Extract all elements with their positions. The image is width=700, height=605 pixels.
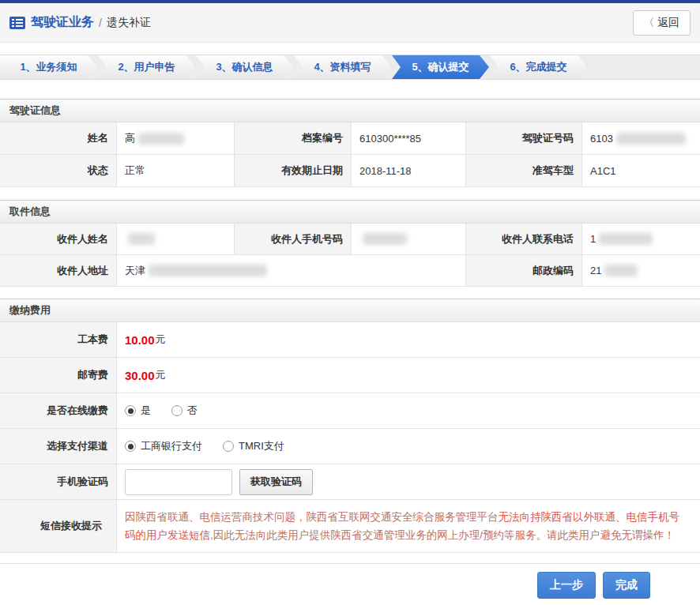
payment-table: 工本费 10.00 元 邮寄费 30.00 元 是否在线缴费 是 否 选择支付渠…: [0, 322, 700, 553]
field-label-sms-notice: 短信接收提示: [0, 500, 117, 553]
file-number-text: 610300****85: [359, 133, 421, 145]
field-value-payment-channel: 工商银行支付 TMRI支付: [117, 429, 700, 464]
field-label-sms-code: 手机验证码: [0, 464, 117, 500]
field-label-production-fee: 工本费: [0, 322, 117, 358]
field-label-postage-fee: 邮寄费: [0, 358, 117, 393]
step-tab-3[interactable]: 3、确认信息: [196, 55, 293, 79]
recipient-phone-text: 1: [590, 233, 596, 245]
section-title-license: 驾驶证信息: [0, 99, 700, 122]
field-label-zip-code: 邮政编码: [466, 255, 582, 287]
step-tab-2[interactable]: 2、用户申告: [98, 55, 195, 79]
step-tab-4[interactable]: 4、资料填写: [294, 55, 391, 79]
field-value-recipient-phone: 1: [582, 224, 700, 255]
name-value-text: 高: [125, 131, 135, 145]
previous-step-button[interactable]: 上一步: [537, 572, 596, 599]
field-value-recipient-name: [117, 224, 235, 255]
field-label-pay-online: 是否在线缴费: [0, 393, 117, 429]
sms-notice-part1: 因陕西省联通、电信运营商技术问题，陕西省互联网交通安全综合服务管理平台: [125, 511, 499, 523]
redaction-blur: [138, 133, 184, 145]
back-button-label: 返回: [657, 16, 679, 30]
field-label-status: 状态: [0, 155, 117, 187]
postage-fee-amount: 30.00: [125, 369, 155, 382]
field-label-recipient-name: 收件人姓名: [0, 224, 117, 255]
radio-label-yes: 是: [141, 404, 151, 418]
radio-button-icon[interactable]: [125, 405, 136, 416]
step-tab-6[interactable]: 6、完成提交: [490, 55, 587, 79]
field-value-license-number: 6103: [582, 122, 700, 155]
field-value-file-number: 610300****85: [352, 122, 466, 155]
license-info-table: 姓名 高 档案编号 610300****85 驾驶证号码 6103 状态 正常 …: [0, 122, 700, 187]
radio-option-icbc[interactable]: 工商银行支付: [125, 439, 202, 453]
field-value-vehicle-class: A1C1: [582, 155, 700, 187]
redaction-blur: [149, 265, 267, 276]
field-label-recipient-address: 收件人地址: [0, 255, 117, 287]
field-value-sms-code: 获取验证码: [117, 464, 700, 500]
redaction-blur: [599, 233, 653, 245]
status-text: 正常: [125, 163, 145, 178]
field-label-payment-channel: 选择支付渠道: [0, 429, 117, 464]
field-label-license-number: 驾驶证号码: [466, 122, 582, 155]
section-title-pickup: 取件信息: [0, 200, 700, 224]
breadcrumb-current: 遗失补证: [107, 16, 151, 30]
radio-option-tmri[interactable]: TMRI支付: [223, 439, 284, 453]
sms-code-input[interactable]: [125, 469, 232, 495]
field-value-pay-online: 是 否: [117, 393, 700, 429]
field-label-expiry: 有效期止日期: [235, 155, 352, 187]
field-value-recipient-mobile: [352, 224, 466, 255]
radio-button-icon[interactable]: [125, 441, 136, 452]
field-label-name: 姓名: [0, 122, 117, 155]
step-tab-5[interactable]: 5、确认提交: [392, 55, 489, 79]
get-code-button[interactable]: 获取验证码: [239, 469, 313, 495]
pickup-info-table: 收件人姓名 收件人手机号码 收件人联系电话 1 收件人地址 天津 邮政编码 21: [0, 224, 700, 287]
radio-button-icon[interactable]: [223, 441, 234, 452]
step-tab-1[interactable]: 1、业务须知: [0, 55, 97, 79]
section-title-payment: 缴纳费用: [0, 299, 700, 322]
chevron-left-icon: 〈: [644, 16, 654, 30]
app-header: 驾驶证业务 / 遗失补证 〈 返回: [0, 3, 700, 43]
sms-notice-text: 因陕西省联通、电信运营商技术问题，陕西省互联网交通安全综合服务管理平台无法向持陕…: [125, 508, 686, 544]
footer-actions: 上一步 完成: [0, 563, 700, 599]
field-value-zip-code: 21: [582, 255, 700, 287]
field-label-recipient-mobile: 收件人手机号码: [235, 224, 352, 255]
radio-option-yes[interactable]: 是: [125, 404, 151, 418]
redaction-blur: [363, 233, 407, 245]
recipient-address-text: 天津: [125, 264, 145, 278]
production-fee-unit: 元: [156, 333, 166, 347]
license-number-text: 6103: [590, 133, 613, 145]
list-document-icon: [9, 17, 25, 29]
page-title: 驾驶证业务: [31, 14, 94, 31]
field-label-recipient-phone: 收件人联系电话: [466, 224, 582, 255]
breadcrumb-separator: /: [99, 17, 102, 29]
redaction-blur: [616, 133, 686, 145]
zip-code-text: 21: [590, 265, 601, 276]
redaction-blur: [604, 265, 638, 276]
field-label-file-number: 档案编号: [235, 122, 352, 155]
expiry-text: 2018-11-18: [359, 165, 412, 177]
field-value-expiry: 2018-11-18: [352, 155, 466, 187]
field-value-production-fee: 10.00 元: [117, 322, 700, 358]
postage-fee-unit: 元: [156, 368, 166, 382]
back-button[interactable]: 〈 返回: [633, 10, 691, 36]
field-value-name: 高: [117, 122, 235, 155]
field-value-postage-fee: 30.00 元: [117, 358, 700, 393]
radio-button-icon[interactable]: [171, 405, 183, 416]
sms-notice-part2: ,因此无法向此类用户提供陕西省交通管理业务的网上办理/预约等服务。请此类用户避免…: [210, 529, 675, 541]
radio-label-no: 否: [187, 404, 198, 418]
radio-option-no[interactable]: 否: [171, 404, 198, 418]
production-fee-amount: 10.00: [125, 333, 155, 347]
finish-button[interactable]: 完成: [603, 572, 650, 599]
wizard-steps: 1、业务须知 2、用户申告 3、确认信息 4、资料填写 5、确认提交 6、完成提…: [0, 54, 700, 80]
field-value-sms-notice: 因陕西省联通、电信运营商技术问题，陕西省互联网交通安全综合服务管理平台无法向持陕…: [117, 500, 700, 553]
vehicle-class-text: A1C1: [590, 165, 616, 177]
radio-label-icbc: 工商银行支付: [141, 439, 202, 453]
radio-label-tmri: TMRI支付: [239, 439, 284, 453]
field-value-recipient-address: 天津: [117, 255, 466, 287]
redaction-blur: [128, 233, 155, 245]
field-value-status: 正常: [117, 155, 235, 187]
field-label-vehicle-class: 准驾车型: [466, 155, 582, 187]
